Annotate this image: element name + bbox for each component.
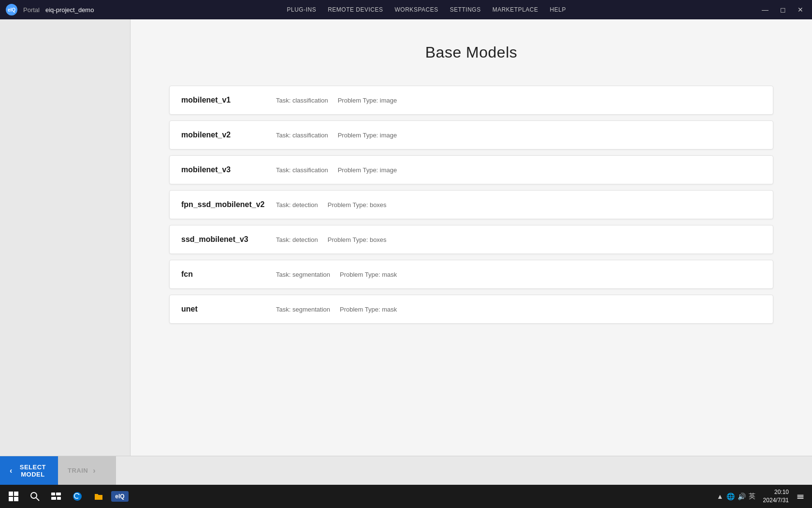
taskbar-clock[interactable]: 20:10 2024/7/31 — [763, 488, 789, 505]
search-taskbar-button[interactable] — [25, 487, 44, 506]
taskbar-right: ▲ 🌐 🔊 英 20:10 2024/7/31 — [717, 488, 808, 505]
maximize-button[interactable]: ◻ — [777, 5, 789, 15]
svg-rect-3 — [14, 497, 18, 501]
network-icon[interactable]: 🌐 — [726, 493, 735, 500]
model-card[interactable]: mobilenet_v3 Task: classification Proble… — [169, 155, 773, 184]
model-name: unet — [181, 305, 268, 314]
model-name: fpn_ssd_mobilenet_v2 — [181, 200, 268, 209]
minimize-button[interactable]: — — [759, 5, 771, 15]
model-problem-type: Problem Type: mask — [340, 306, 397, 313]
model-task: Task: detection — [276, 201, 318, 209]
expand-tray-icon[interactable]: ▲ — [717, 493, 724, 500]
page-title-container: Base Models — [130, 19, 812, 76]
train-label: TRAIN — [68, 467, 88, 474]
model-card[interactable]: mobilenet_v1 Task: classification Proble… — [169, 86, 773, 115]
select-model-button[interactable]: ‹ SELECT MODEL — [0, 456, 58, 485]
model-meta: Task: detection Problem Type: boxes — [276, 201, 387, 209]
model-name: mobilenet_v1 — [181, 96, 268, 105]
model-task: Task: classification — [276, 132, 328, 139]
model-task: Task: segmentation — [276, 271, 330, 278]
model-name: ssd_mobilenet_v3 — [181, 235, 268, 244]
model-problem-type: Problem Type: image — [338, 132, 397, 139]
model-meta: Task: detection Problem Type: boxes — [276, 236, 387, 243]
model-name: mobilenet_v3 — [181, 165, 268, 174]
svg-rect-9 — [57, 497, 61, 500]
title-bar-nav: PLUG-INS REMOTE DEVICES WORKSPACES SETTI… — [287, 6, 566, 13]
bottom-bar: ‹ SELECT MODEL TRAIN › — [0, 456, 812, 485]
svg-rect-6 — [51, 493, 55, 495]
model-task: Task: segmentation — [276, 306, 330, 313]
model-name: fcn — [181, 270, 268, 279]
back-arrow-icon: ‹ — [10, 466, 13, 475]
logo-icon: eIQ — [6, 4, 17, 15]
start-button[interactable] — [4, 487, 23, 506]
svg-rect-1 — [14, 492, 18, 496]
model-meta: Task: classification Problem Type: image — [276, 97, 397, 104]
model-card[interactable]: fpn_ssd_mobilenet_v2 Task: detection Pro… — [169, 190, 773, 219]
svg-rect-2 — [9, 497, 13, 501]
model-task: Task: detection — [276, 236, 318, 243]
lang-indicator[interactable]: 英 — [749, 492, 755, 501]
file-explorer-button[interactable] — [89, 487, 108, 506]
model-meta: Task: classification Problem Type: image — [276, 166, 397, 174]
notification-button[interactable] — [793, 489, 808, 504]
app-body: Base Models mobilenet_v1 Task: classific… — [0, 19, 812, 456]
window-controls: — ◻ ✕ — [759, 5, 806, 15]
model-problem-type: Problem Type: image — [338, 166, 397, 174]
taskbar-date-display: 2024/7/31 — [763, 496, 789, 505]
models-list: mobilenet_v1 Task: classification Proble… — [130, 76, 812, 456]
page-title: Base Models — [140, 44, 802, 61]
title-bar-left: eIQ Portal eiq-project_demo — [6, 4, 94, 15]
nav-settings[interactable]: SETTINGS — [450, 6, 481, 13]
model-meta: Task: segmentation Problem Type: mask — [276, 306, 397, 313]
system-tray: ▲ 🌐 🔊 英 — [717, 492, 755, 501]
nav-workspaces[interactable]: WORKSPACES — [395, 6, 438, 13]
svg-rect-0 — [9, 492, 13, 496]
nav-help[interactable]: HELP — [550, 6, 566, 13]
edge-browser-button[interactable] — [68, 487, 87, 506]
model-problem-type: Problem Type: boxes — [328, 236, 387, 243]
svg-rect-11 — [798, 495, 804, 496]
sound-icon[interactable]: 🔊 — [738, 493, 746, 500]
taskbar-left: eIQ — [4, 487, 130, 506]
model-problem-type: Problem Type: boxes — [328, 201, 387, 209]
model-meta: Task: classification Problem Type: image — [276, 132, 397, 139]
task-view-button[interactable] — [46, 487, 66, 506]
forward-arrow-icon: › — [93, 466, 96, 475]
close-button[interactable]: ✕ — [795, 5, 806, 15]
eiq-taskbar-button[interactable]: eIQ — [110, 487, 130, 506]
sidebar — [0, 19, 130, 456]
svg-rect-12 — [798, 496, 804, 497]
nav-marketplace[interactable]: MARKETPLACE — [493, 6, 538, 13]
taskbar-time-display: 20:10 — [763, 488, 789, 496]
app-logo: eIQ — [6, 4, 17, 15]
model-card[interactable]: unet Task: segmentation Problem Type: ma… — [169, 295, 773, 324]
svg-rect-7 — [56, 493, 61, 495]
nav-remote-devices[interactable]: REMOTE DEVICES — [328, 6, 383, 13]
model-problem-type: Problem Type: mask — [340, 271, 397, 278]
title-bar: eIQ Portal eiq-project_demo PLUG-INS REM… — [0, 0, 812, 19]
select-model-label: SELECT MODEL — [17, 463, 48, 478]
portal-label: Portal — [23, 6, 40, 14]
svg-point-4 — [31, 493, 37, 498]
model-name: mobilenet_v2 — [181, 131, 268, 139]
svg-line-5 — [36, 498, 39, 501]
svg-rect-13 — [798, 498, 804, 499]
windows-taskbar: eIQ ▲ 🌐 🔊 英 20:10 2024/7/31 — [0, 485, 812, 508]
nav-plugins[interactable]: PLUG-INS — [287, 6, 317, 13]
train-button[interactable]: TRAIN › — [58, 456, 116, 485]
model-problem-type: Problem Type: image — [338, 97, 397, 104]
main-content: Base Models mobilenet_v1 Task: classific… — [130, 19, 812, 456]
eiq-taskbar-label: eIQ — [111, 491, 128, 502]
model-card[interactable]: mobilenet_v2 Task: classification Proble… — [169, 120, 773, 149]
model-card[interactable]: fcn Task: segmentation Problem Type: mas… — [169, 260, 773, 289]
model-meta: Task: segmentation Problem Type: mask — [276, 271, 397, 278]
model-card[interactable]: ssd_mobilenet_v3 Task: detection Problem… — [169, 225, 773, 254]
project-label: eiq-project_demo — [45, 6, 94, 14]
bottom-bar-left: ‹ SELECT MODEL TRAIN › — [0, 456, 130, 485]
model-task: Task: classification — [276, 166, 328, 174]
svg-rect-8 — [51, 497, 56, 500]
model-task: Task: classification — [276, 97, 328, 104]
